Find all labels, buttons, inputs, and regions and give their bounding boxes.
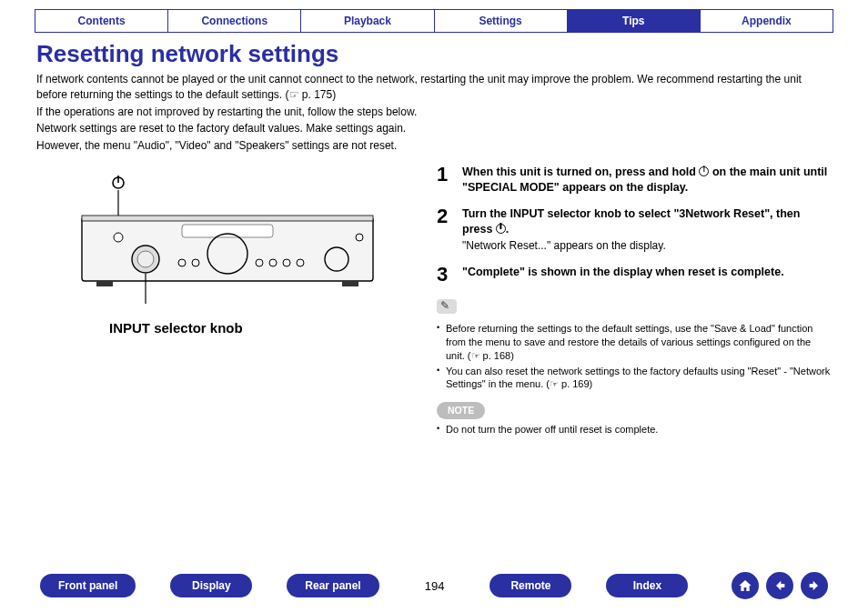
step-2-text-a: Turn the INPUT selector knob to select "…	[462, 207, 800, 236]
device-diagram	[64, 172, 391, 308]
svg-rect-7	[182, 225, 273, 237]
svg-rect-6	[342, 281, 358, 286]
home-icon	[738, 578, 752, 593]
svg-point-10	[137, 251, 154, 267]
step-2-sub: "Network Reset..." appears on the displa…	[462, 238, 832, 254]
tab-contents[interactable]: Contents	[35, 9, 168, 33]
pointer-icon: ☞	[550, 378, 559, 389]
tab-playback[interactable]: Playback	[300, 9, 434, 33]
step-2-number: 2	[437, 206, 462, 255]
display-button[interactable]: Display	[170, 574, 252, 597]
power-icon	[496, 224, 506, 234]
page-number: 194	[414, 579, 456, 593]
note-badge: NOTE	[437, 402, 485, 419]
note-warning: Do not turn the power off until reset is…	[437, 423, 832, 436]
intro-line-1: If network contents cannot be played or …	[36, 73, 802, 101]
bottom-nav: Front panel Display Rear panel 194 Remot…	[0, 572, 868, 599]
content-area: If network contents cannot be played or …	[0, 72, 868, 438]
next-button[interactable]	[801, 572, 828, 599]
intro-line-2: If the operations are not improved by re…	[36, 105, 832, 120]
step-2: 2 Turn the INPUT selector knob to select…	[437, 206, 832, 255]
step-3-number: 3	[437, 265, 462, 285]
intro-line-4: However, the menu "Audio", "Video" and "…	[36, 138, 832, 154]
svg-rect-4	[82, 216, 373, 221]
step-1: 1 When this unit is turned on, press and…	[437, 165, 832, 196]
remote-button[interactable]: Remote	[490, 574, 571, 597]
step-3: 3 "Complete" is shown in the display whe…	[437, 265, 832, 285]
note-warning-list: Do not turn the power off until reset is…	[437, 423, 832, 436]
prev-button[interactable]	[766, 572, 793, 599]
home-button[interactable]	[732, 572, 759, 599]
step-1-number: 1	[437, 165, 462, 196]
top-tabs: Contents Connections Playback Settings T…	[0, 0, 868, 33]
intro-line-3: Network settings are reset to the factor…	[36, 121, 832, 136]
note-bullet-2: You can also reset the network settings …	[437, 365, 832, 392]
intro-ref-1: p. 175)	[299, 88, 337, 101]
tab-connections[interactable]: Connections	[167, 9, 301, 33]
tab-appendix[interactable]: Appendix	[700, 9, 833, 33]
svg-point-8	[114, 233, 123, 242]
page-title: Resetting network settings	[36, 40, 832, 68]
power-icon	[699, 166, 709, 176]
rear-panel-button[interactable]: Rear panel	[287, 574, 378, 597]
notes-list: Before returning the settings to the def…	[437, 322, 832, 391]
intro-text: If network contents cannot be played or …	[36, 72, 832, 154]
steps-column: 1 When this unit is turned on, press and…	[419, 165, 832, 438]
step-1-text-a: When this unit is turned on, press and h…	[462, 166, 699, 178]
step-2-text-b: .	[506, 223, 509, 236]
tab-settings[interactable]: Settings	[434, 9, 568, 33]
input-selector-label: INPUT selector knob	[36, 318, 419, 337]
index-button[interactable]: Index	[606, 574, 688, 597]
svg-rect-5	[96, 281, 113, 286]
diagram-column: INPUT selector knob	[36, 165, 419, 438]
note-bullet-1: Before returning the settings to the def…	[437, 322, 832, 363]
note-pencil-icon	[437, 299, 457, 314]
arrow-right-icon	[807, 578, 822, 593]
arrow-left-icon	[772, 578, 787, 593]
pointer-icon: ☞	[289, 88, 299, 101]
front-panel-button[interactable]: Front panel	[40, 574, 136, 597]
pointer-icon: ☞	[471, 350, 480, 361]
tab-tips[interactable]: Tips	[567, 9, 701, 33]
step-3-title: "Complete" is shown in the display when …	[462, 265, 832, 280]
